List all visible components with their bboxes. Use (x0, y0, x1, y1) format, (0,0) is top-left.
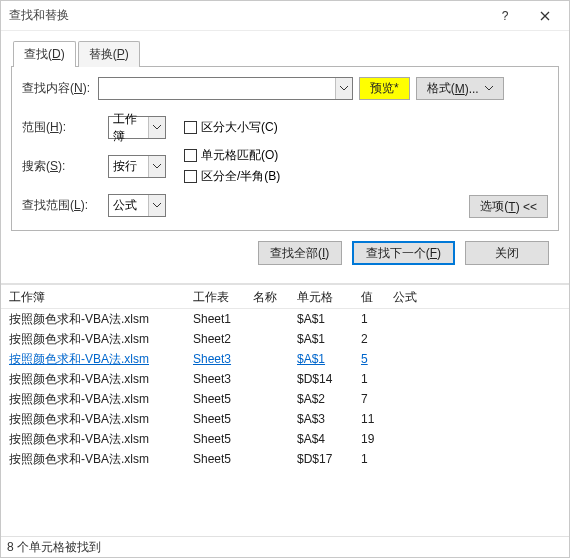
checkbox-icon (184, 121, 197, 134)
col-workbook[interactable]: 工作簿 (9, 289, 193, 306)
close-button[interactable]: 关闭 (465, 241, 549, 265)
col-cell[interactable]: 单元格 (297, 289, 361, 306)
table-row[interactable]: 按照颜色求和-VBA法.xlsmSheet3$A$15 (1, 349, 569, 369)
table-row[interactable]: 按照颜色求和-VBA法.xlsmSheet5$A$27 (1, 389, 569, 409)
lookin-select[interactable]: 公式 (108, 194, 166, 217)
format-button[interactable]: 格式(M)... (416, 77, 504, 100)
checkbox-match-cell[interactable]: 单元格匹配(O) (184, 147, 548, 164)
label-find-what: 查找内容(N): (22, 80, 92, 97)
label-lookin: 查找范围(L): (22, 197, 92, 214)
col-sheet[interactable]: 工作表 (193, 289, 253, 306)
table-row[interactable]: 按照颜色求和-VBA法.xlsmSheet3$D$141 (1, 369, 569, 389)
status-bar: 8 个单元格被找到 (1, 537, 569, 557)
chevron-down-icon[interactable] (148, 117, 165, 138)
find-next-button[interactable]: 查找下一个(F) (352, 241, 455, 265)
find-panel: 查找内容(N): 预览* 格式(M)... 范围(H): 工作簿 (11, 67, 559, 231)
find-what-input[interactable] (98, 77, 353, 100)
help-button[interactable]: ? (485, 3, 525, 29)
checkbox-icon (184, 170, 197, 183)
chevron-down-icon[interactable] (335, 78, 352, 99)
tabs: 查找(D) 替换(P) (11, 39, 559, 67)
tab-replace[interactable]: 替换(P) (78, 41, 140, 67)
table-row[interactable]: 按照颜色求和-VBA法.xlsmSheet5$A$311 (1, 409, 569, 429)
dialog-title: 查找和替换 (9, 7, 485, 24)
col-value[interactable]: 值 (361, 289, 393, 306)
results-list: 工作簿 工作表 名称 单元格 值 公式 按照颜色求和-VBA法.xlsmShee… (1, 284, 569, 537)
options-toggle-button[interactable]: 选项(T) << (469, 195, 548, 218)
checkbox-match-width[interactable]: 区分全/半角(B) (184, 168, 548, 185)
checkbox-icon (184, 149, 197, 162)
find-all-button[interactable]: 查找全部(I) (258, 241, 342, 265)
label-scope: 范围(H): (22, 119, 92, 136)
label-search: 搜索(S): (22, 158, 92, 175)
col-formula[interactable]: 公式 (393, 289, 561, 306)
results-body[interactable]: 按照颜色求和-VBA法.xlsmSheet1$A$11按照颜色求和-VBA法.x… (1, 308, 569, 537)
action-bar: 查找全部(I) 查找下一个(F) 关闭 (11, 231, 559, 275)
options-grid: 范围(H): 工作簿 区分大小写(C) 搜索(S): 按行 (22, 116, 548, 218)
preview-button[interactable]: 预览* (359, 77, 410, 100)
table-row[interactable]: 按照颜色求和-VBA法.xlsmSheet2$A$12 (1, 329, 569, 349)
close-x-button[interactable] (525, 3, 565, 29)
titlebar: 查找和替换 ? (1, 1, 569, 31)
table-row[interactable]: 按照颜色求和-VBA法.xlsmSheet5$A$419 (1, 429, 569, 449)
search-select[interactable]: 按行 (108, 155, 166, 178)
chevron-down-icon[interactable] (148, 195, 165, 216)
checkbox-match-case[interactable]: 区分大小写(C) (184, 119, 548, 136)
chevron-down-icon[interactable] (148, 156, 165, 177)
col-name[interactable]: 名称 (253, 289, 297, 306)
find-replace-dialog: 查找和替换 ? 查找(D) 替换(P) 查找内容(N): (0, 0, 570, 558)
scope-select[interactable]: 工作簿 (108, 116, 166, 139)
upper-pane: 查找(D) 替换(P) 查找内容(N): 预览* 格式(M (1, 31, 569, 284)
tab-find[interactable]: 查找(D) (13, 41, 76, 67)
table-row[interactable]: 按照颜色求和-VBA法.xlsmSheet1$A$11 (1, 309, 569, 329)
table-row[interactable]: 按照颜色求和-VBA法.xlsmSheet5$D$171 (1, 449, 569, 469)
results-header: 工作簿 工作表 名称 单元格 值 公式 (1, 285, 569, 308)
